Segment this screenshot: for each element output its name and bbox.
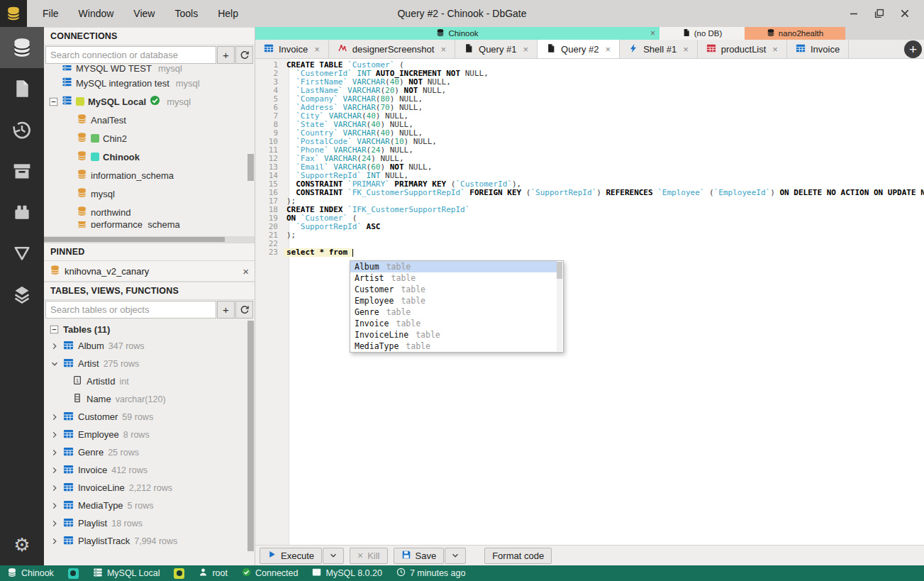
- pinned-item[interactable]: knihovna_v2_canary ×: [44, 261, 255, 282]
- chevron-right-icon[interactable]: [50, 466, 59, 475]
- kill-button[interactable]: ×Kill: [350, 548, 388, 564]
- autocomplete-item[interactable]: InvoiceLinetable: [350, 329, 557, 341]
- close-button[interactable]: [897, 6, 913, 21]
- close-tab-icon[interactable]: ×: [683, 44, 689, 55]
- tab-productlist[interactable]: productList×: [698, 40, 787, 58]
- sql-editor[interactable]: 1 CREATE TABLE `Customer` ( 2 `CustomerI…: [255, 59, 924, 545]
- database-item[interactable]: Chin2: [44, 129, 255, 148]
- column-item[interactable]: 1 ArtistIdint: [44, 372, 255, 390]
- close-tab-icon[interactable]: ×: [772, 44, 778, 55]
- database-item[interactable]: mysql: [44, 184, 255, 203]
- chevron-down-icon[interactable]: [50, 360, 59, 368]
- unpin-close-icon[interactable]: ×: [243, 265, 249, 277]
- close-group-icon[interactable]: ×: [650, 28, 655, 38]
- menu-file[interactable]: File: [35, 5, 66, 22]
- refresh-connections-button[interactable]: [235, 46, 253, 64]
- tab-group-chinook[interactable]: Chinook ×: [255, 27, 659, 40]
- autocomplete-item[interactable]: Employeetable: [350, 295, 557, 306]
- autocomplete-item[interactable]: Customertable: [350, 284, 557, 295]
- table-item[interactable]: PlaylistTrack7,994 rows: [44, 532, 255, 550]
- connection-item[interactable]: MySQL Local mysql: [44, 92, 255, 111]
- database-icon: [77, 206, 87, 218]
- tab-designerscreenshot[interactable]: designerScreenshot×: [329, 40, 455, 58]
- activity-layers-icon[interactable]: [0, 274, 44, 315]
- new-tab-button[interactable]: +: [904, 40, 922, 58]
- table-item[interactable]: Playlist18 rows: [44, 514, 255, 532]
- database-item[interactable]: Chinook: [44, 148, 255, 166]
- collapse-icon[interactable]: [48, 97, 58, 106]
- table-item[interactable]: Customer59 rows: [44, 408, 255, 426]
- add-connection-button[interactable]: +: [217, 46, 235, 64]
- table-item[interactable]: Invoice412 rows: [44, 461, 255, 479]
- autocomplete-item[interactable]: Artisttable: [350, 272, 557, 284]
- tab-group--no-db-[interactable]: (no DB): [659, 27, 745, 40]
- execute-dropdown-button[interactable]: [323, 548, 344, 564]
- collapse-icon[interactable]: [50, 325, 59, 334]
- tables-scrollbar[interactable]: [247, 321, 254, 551]
- autocomplete-item[interactable]: MediaTypetable: [350, 341, 557, 352]
- menu-window[interactable]: Window: [72, 5, 121, 22]
- menu-tools[interactable]: Tools: [167, 5, 205, 22]
- maximize-button[interactable]: [872, 6, 887, 21]
- close-tab-icon[interactable]: ×: [314, 44, 320, 55]
- activity-plugin-icon[interactable]: [0, 192, 44, 233]
- chevron-right-icon[interactable]: [50, 342, 59, 350]
- table-item[interactable]: Employee8 rows: [44, 426, 255, 443]
- chevron-right-icon[interactable]: [50, 431, 59, 439]
- close-tab-icon[interactable]: ×: [606, 44, 611, 55]
- activity-funnel-icon[interactable]: [0, 233, 44, 274]
- chevron-right-icon[interactable]: [50, 448, 59, 457]
- close-tab-icon[interactable]: ×: [440, 44, 446, 55]
- table-item[interactable]: Album347 rows: [44, 337, 255, 355]
- autocomplete-item[interactable]: Genretable: [350, 306, 557, 318]
- autocomplete-scrollbar[interactable]: [557, 262, 562, 351]
- database-item[interactable]: northwind: [44, 203, 255, 221]
- table-item[interactable]: Genre25 rows: [44, 443, 255, 461]
- chevron-right-icon[interactable]: [50, 502, 59, 510]
- tab-shell-1[interactable]: Shell #1×: [620, 40, 698, 58]
- database-icon: [77, 114, 87, 126]
- activity-archive-icon[interactable]: [0, 150, 44, 192]
- tab-query-1[interactable]: Query #1×: [455, 40, 538, 58]
- execute-button[interactable]: Execute: [260, 548, 322, 564]
- database-item[interactable]: performance_schema: [44, 221, 255, 228]
- table-item[interactable]: MediaType5 rows: [44, 497, 255, 514]
- settings-gear-icon[interactable]: ⚙: [0, 524, 44, 565]
- database-item[interactable]: information_schema: [44, 166, 255, 184]
- chevron-right-icon[interactable]: [50, 413, 59, 421]
- autocomplete-item[interactable]: Albumtable: [350, 261, 557, 272]
- table-item[interactable]: Artist275 rows: [44, 355, 255, 372]
- database-item[interactable]: AnalTest: [44, 111, 255, 129]
- activity-database-icon[interactable]: [0, 27, 44, 68]
- tables-search-input[interactable]: [45, 301, 216, 319]
- save-dropdown-button[interactable]: [445, 548, 466, 564]
- tables-group-row[interactable]: Tables (11): [44, 319, 255, 337]
- refresh-tables-button[interactable]: [235, 301, 253, 319]
- chevron-right-icon[interactable]: [50, 519, 59, 528]
- activity-history-icon[interactable]: [0, 109, 44, 150]
- connections-search-input[interactable]: [45, 46, 216, 64]
- menu-view[interactable]: View: [126, 5, 162, 22]
- connection-item[interactable]: MYSQL WD TEST mysql: [44, 65, 255, 74]
- tab-query-2[interactable]: Query #2×: [538, 40, 620, 58]
- connection-item[interactable]: MySQL integration test mysql: [44, 74, 255, 92]
- chevron-right-icon[interactable]: [50, 484, 59, 492]
- connections-scrollbar[interactable]: [247, 65, 254, 236]
- menu-help[interactable]: Help: [211, 5, 245, 22]
- autocomplete-item[interactable]: Invoicetable: [350, 318, 557, 329]
- add-object-button[interactable]: +: [217, 301, 235, 319]
- tab-invoice[interactable]: Invoice×: [255, 40, 329, 58]
- connections-horizontal-scrollbar[interactable]: [44, 236, 255, 243]
- window-controls: [846, 6, 924, 21]
- table-item[interactable]: InvoiceLine2,212 rows: [44, 479, 255, 497]
- close-tab-icon[interactable]: ×: [523, 44, 529, 55]
- tab-group-nano2health[interactable]: nano2health: [745, 27, 845, 40]
- autocomplete-popup: Albumtable Artisttable Customertable Emp…: [350, 260, 564, 353]
- column-item[interactable]: Namevarchar(120): [44, 390, 255, 408]
- save-button[interactable]: Save: [394, 548, 445, 564]
- activity-file-icon[interactable]: [0, 68, 44, 109]
- minimize-button[interactable]: [846, 6, 862, 21]
- chevron-right-icon[interactable]: [50, 537, 59, 546]
- tab-invoice[interactable]: Invoice: [787, 40, 849, 58]
- format-code-button[interactable]: Format code: [484, 548, 552, 564]
